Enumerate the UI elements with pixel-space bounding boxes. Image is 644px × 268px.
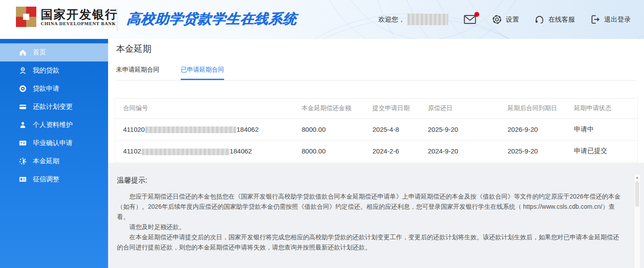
sidebar-item-label: 征信调整 xyxy=(33,175,59,184)
bank-card-icon xyxy=(19,103,27,111)
contract-suffix: 184062 xyxy=(230,147,252,155)
sidebar-item-label: 还款计划变更 xyxy=(33,103,73,111)
welcome-label: 欢迎您， xyxy=(378,15,405,24)
tips-paragraph: 请您及时足额还款。 xyxy=(117,222,624,232)
col-apply-date: 提交申请日期 xyxy=(372,99,428,119)
sidebar-item-credit-adjustment[interactable]: 征信调整 xyxy=(0,170,108,188)
headset-icon xyxy=(534,14,545,25)
deferment-table: 合同编号 本金延期偿还金额 提交申请日期 原偿还日 延期后合同到期日 延期申请状… xyxy=(115,98,638,162)
sidebar-item-principal-deferment[interactable]: 本金延期 xyxy=(0,152,108,170)
system-title: 高校助学贷款学生在线系统 xyxy=(126,10,298,28)
deferred-amount: 8000.00 xyxy=(302,119,372,140)
mail-notification-badge xyxy=(474,12,479,17)
credit-card-id-icon xyxy=(19,175,27,184)
deferred-amount: 8000.00 xyxy=(302,140,372,162)
sidebar-item-label: 个人资料维护 xyxy=(33,121,73,129)
deferred-due-date: 2025-9-20 xyxy=(508,140,574,162)
bank-name-cn: 国家开发银行 xyxy=(41,8,118,21)
brand-divider xyxy=(117,9,117,31)
sidebar: 首页 我的贷款 贷款申请 xyxy=(0,39,108,268)
scrollbar-thumb[interactable] xyxy=(635,181,639,207)
header: 国家开发银行 CHINA DEVELOPMENT BANK 高校助学贷款学生在线… xyxy=(0,0,644,39)
sidebar-item-home[interactable]: 首页 xyxy=(0,43,108,61)
home-icon xyxy=(19,48,27,57)
sidebar-item-label: 贷款申请 xyxy=(33,84,59,93)
col-application-status: 延期申请状态 xyxy=(574,99,637,119)
contract-redacted-segment xyxy=(145,126,236,133)
table-row: 411020184062 8000.00 2025-4-8 2025-9-20 … xyxy=(115,119,637,140)
scrollbar-up-arrow-icon[interactable]: ▲ xyxy=(634,174,640,181)
logout-icon xyxy=(590,14,601,25)
sidebar-item-repayment-plan-change[interactable]: 还款计划变更 xyxy=(0,98,108,116)
col-deferred-amount: 本金延期偿还金额 xyxy=(302,99,372,119)
sidebar-item-label: 毕业确认申请 xyxy=(33,139,73,147)
bank-name-en: CHINA DEVELOPMENT BANK xyxy=(41,21,118,26)
status-badge: 申请中 xyxy=(574,119,637,140)
contract-prefix: 41102 xyxy=(123,147,141,155)
sidebar-item-loan-application[interactable]: 贷款申请 xyxy=(0,80,108,98)
gear-icon xyxy=(492,14,502,25)
sidebar-item-my-loans[interactable]: 我的贷款 xyxy=(0,61,108,80)
table-header-row: 合同编号 本金延期偿还金额 提交申请日期 原偿还日 延期后合同到期日 延期申请状… xyxy=(115,99,637,119)
contract-prefix: 411020 xyxy=(123,126,145,133)
bank-brand: 国家开发银行 CHINA DEVELOPMENT BANK xyxy=(16,7,118,27)
online-service-label: 在线客服 xyxy=(548,15,575,24)
tab-not-applied-contracts[interactable]: 未申请延期合同 xyxy=(116,65,159,80)
sidebar-item-label: 本金延期 xyxy=(33,157,59,165)
tips-paragraph: 您应于延期偿还日偿还的本金包括您在《国家开发银行高校助学贷款借款合同本金延期偿还… xyxy=(117,191,624,222)
sidebar-item-label: 首页 xyxy=(33,48,46,57)
contract-suffix: 184062 xyxy=(237,126,259,133)
status-badge: 申请已提交 xyxy=(574,140,637,162)
contract-redacted-segment xyxy=(142,149,229,155)
contract-number: 41102184062 xyxy=(115,140,302,162)
tab-bar: 未申请延期合同 已申请延期合同 xyxy=(116,65,636,80)
user-name-redacted xyxy=(407,14,448,25)
cdb-logo-icon xyxy=(16,7,36,27)
tips-paragraph: 在本金延期偿还申请提交后的次日，国家开发银行将完成您相应的高校助学贷款的还款计划… xyxy=(117,232,624,253)
tips-title: 温馨提示: xyxy=(117,176,624,185)
apply-date: 2025-4-8 xyxy=(372,119,428,140)
tips-scrollbar[interactable]: ▲ xyxy=(634,174,640,268)
original-due-date: 2024-9-20 xyxy=(428,140,508,162)
messages-button[interactable] xyxy=(463,14,477,25)
main-content: 本金延期 未申请延期合同 已申请延期合同 合同编号 本金延期偿还金额 xyxy=(108,39,644,268)
col-original-due-date: 原偿还日 xyxy=(428,99,508,119)
col-contract-number: 合同编号 xyxy=(115,99,302,119)
loan-pin-icon xyxy=(19,66,27,75)
table-row: 41102184062 8000.00 2024-2-6 2024-9-20 2… xyxy=(115,140,637,162)
original-due-date: 2025-9-20 xyxy=(428,119,508,140)
sidebar-item-label: 我的贷款 xyxy=(33,66,59,75)
tips-panel: 温馨提示: 您应于延期偿还日偿还的本金包括您在《国家开发银行高校助学贷款借款合同… xyxy=(108,163,644,268)
col-deferred-due-date: 延期后合同到期日 xyxy=(508,99,574,119)
logout-label: 退出登录 xyxy=(604,15,631,24)
online-service-button[interactable]: 在线客服 xyxy=(534,14,575,25)
app-window: 国家开发银行 CHINA DEVELOPMENT BANK 高校助学贷款学生在线… xyxy=(0,0,644,268)
top-navigation: 欢迎您， 设置 xyxy=(378,0,631,39)
deferment-clock-icon xyxy=(19,157,27,165)
settings-button[interactable]: 设置 xyxy=(492,14,519,25)
page-title: 本金延期 xyxy=(116,42,644,55)
apply-date: 2024-2-6 xyxy=(372,140,428,162)
person-icon xyxy=(19,121,27,129)
deferred-due-date: 2026-9-20 xyxy=(508,119,574,140)
target-icon xyxy=(19,84,27,93)
tab-applied-contracts[interactable]: 已申请延期合同 xyxy=(181,65,224,80)
sidebar-item-personal-info[interactable]: 个人资料维护 xyxy=(0,116,108,134)
settings-label: 设置 xyxy=(506,15,519,24)
logout-button[interactable]: 退出登录 xyxy=(590,14,631,25)
id-card-icon xyxy=(19,139,27,147)
contract-number: 411020184062 xyxy=(115,119,302,140)
sidebar-item-graduation-confirmation[interactable]: 毕业确认申请 xyxy=(0,134,108,152)
welcome-text: 欢迎您， xyxy=(378,14,448,25)
